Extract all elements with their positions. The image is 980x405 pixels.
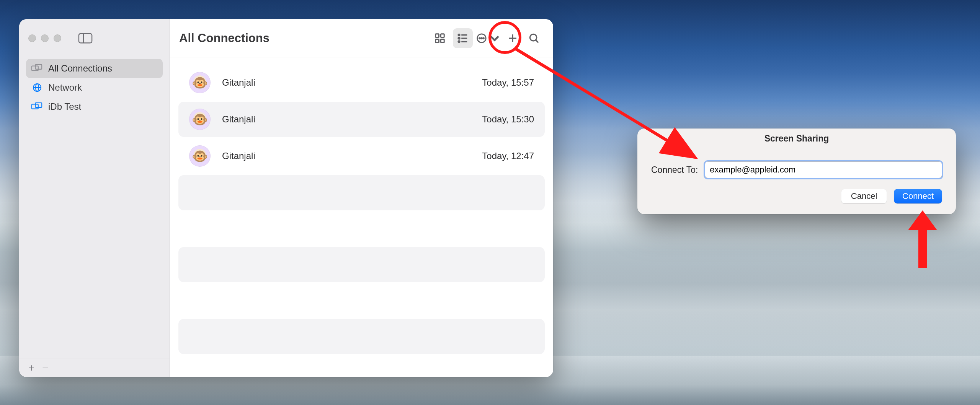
view-grid-button[interactable] (430, 28, 450, 48)
sidebar-item-label: All Connections (48, 63, 112, 74)
connect-to-label: Connect To: (651, 165, 698, 175)
connection-row[interactable]: 🐵 Gitanjali Today, 15:30 (178, 102, 545, 137)
svg-point-25 (530, 34, 537, 41)
connection-time: Today, 12:47 (482, 151, 534, 161)
view-list-button[interactable] (453, 28, 473, 48)
cancel-button[interactable]: Cancel (841, 189, 887, 203)
connect-dialog: Screen Sharing Connect To: Cancel Connec… (637, 128, 956, 214)
toolbar: All Connections (170, 19, 553, 57)
svg-rect-12 (441, 39, 444, 42)
zoom-window-button[interactable] (54, 34, 61, 42)
sidebar-add-button[interactable]: + (28, 363, 34, 373)
empty-row (178, 319, 545, 354)
svg-rect-0 (79, 34, 92, 43)
connection-name: Gitanjali (222, 151, 482, 161)
sidebar-item-network[interactable]: Network (26, 78, 163, 97)
search-button[interactable] (524, 28, 544, 48)
connection-time: Today, 15:30 (482, 114, 534, 125)
more-options-button[interactable] (475, 28, 501, 48)
connection-row[interactable]: 🐵 Gitanjali Today, 12:47 (178, 138, 545, 174)
connection-name: Gitanjali (222, 77, 482, 88)
sidebar-item-label: Network (48, 82, 82, 93)
svg-rect-10 (441, 34, 444, 37)
annotation-arrow-to-connect (903, 210, 942, 268)
svg-rect-11 (436, 39, 439, 42)
dialog-title: Screen Sharing (637, 128, 956, 149)
toggle-sidebar-button[interactable] (77, 32, 93, 44)
window-controls (28, 34, 61, 42)
svg-point-20 (479, 37, 480, 39)
page-title: All Connections (179, 31, 270, 45)
screen-sharing-window: All Connections Network (19, 19, 553, 377)
connection-time: Today, 15:57 (482, 77, 534, 88)
avatar: 🐵 (189, 109, 211, 130)
globe-icon (31, 83, 43, 92)
connection-name: Gitanjali (222, 114, 482, 125)
svg-point-17 (458, 41, 460, 42)
svg-point-21 (481, 37, 482, 39)
empty-row (178, 175, 545, 210)
svg-rect-9 (436, 34, 439, 37)
svg-point-13 (458, 34, 460, 36)
svg-point-15 (458, 37, 460, 39)
avatar: 🐵 (189, 72, 211, 93)
minimize-window-button[interactable] (41, 34, 49, 42)
sidebar-item-label: iDb Test (48, 101, 81, 112)
chevron-down-icon (489, 33, 500, 44)
empty-row (178, 247, 545, 282)
svg-line-26 (536, 40, 538, 42)
connect-to-input[interactable] (705, 161, 942, 178)
avatar: 🐵 (189, 145, 211, 167)
sidebar-remove-button[interactable]: − (42, 363, 48, 373)
new-connection-button[interactable] (503, 28, 523, 48)
svg-point-22 (483, 37, 484, 39)
sidebar-item-idb-test[interactable]: iDb Test (26, 97, 163, 116)
close-window-button[interactable] (28, 34, 36, 42)
sidebar-item-all-connections[interactable]: All Connections (26, 59, 163, 78)
connection-list: 🐵 Gitanjali Today, 15:57 🐵 Gitanjali Tod… (170, 57, 553, 377)
connect-button[interactable]: Connect (894, 189, 942, 203)
windows-icon (31, 102, 43, 111)
screens-icon (31, 64, 43, 73)
sidebar: All Connections Network (19, 19, 170, 377)
connection-row[interactable]: 🐵 Gitanjali Today, 15:57 (178, 65, 545, 100)
content-area: All Connections (170, 19, 553, 377)
